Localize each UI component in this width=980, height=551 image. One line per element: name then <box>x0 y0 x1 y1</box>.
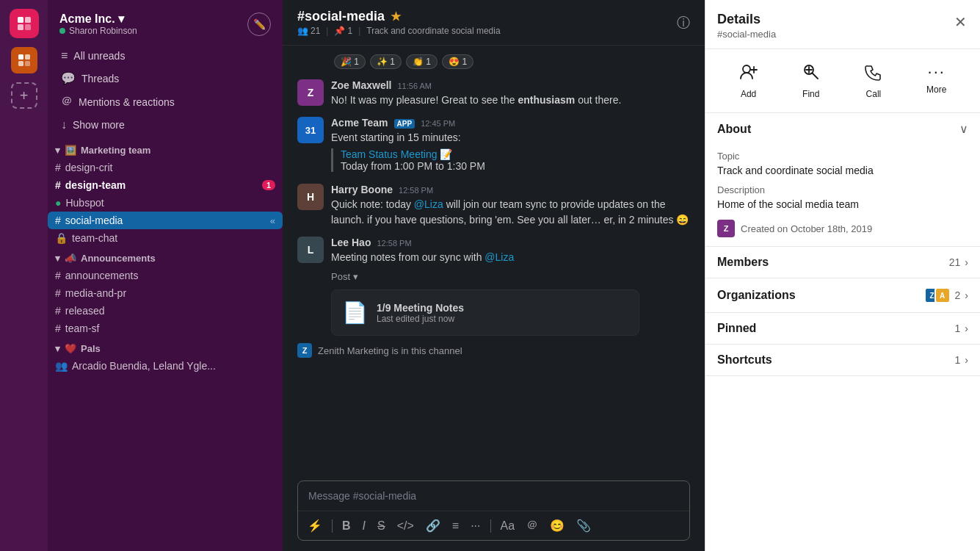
message-time: 12:45 PM <box>421 119 455 128</box>
reaction-sparkles[interactable]: ✨ 1 <box>370 54 402 69</box>
workspace-name[interactable]: Acme Inc. ▾ <box>59 12 137 26</box>
avatar: 31 <box>297 117 324 143</box>
sidebar-channel-social-media[interactable]: #social-media « <box>48 212 283 229</box>
channel-info-button[interactable]: ⓘ <box>677 14 690 32</box>
user-status: Sharon Robinson <box>59 26 137 36</box>
message-content: Harry Boone 12:58 PM Quick note: today @… <box>331 184 690 228</box>
sidebar-channel-team-sf[interactable]: #team-sf <box>48 320 283 337</box>
sidebar-item-threads[interactable]: 💬 Threads <box>54 67 277 90</box>
post-dropdown[interactable]: Post ▾ <box>297 271 690 282</box>
pinned-label: Pinned <box>717 322 756 335</box>
avatar: Z <box>297 79 324 106</box>
online-indicator <box>59 28 65 34</box>
toolbar-divider <box>332 519 333 533</box>
sidebar-channel-design-crit[interactable]: #design-crit <box>48 159 283 176</box>
shortcuts-label: Shortcuts <box>717 353 772 367</box>
threads-icon: 💬 <box>61 71 76 85</box>
message-sender: Harry Boone <box>331 184 393 195</box>
organizations-row[interactable]: Organizations Z A 2 › <box>705 278 980 313</box>
show-more-icon: ↓ <box>61 118 67 132</box>
organizations-label: Organizations <box>717 289 796 302</box>
text-style-button[interactable]: Aa <box>498 517 518 535</box>
section-marketing[interactable]: ▾ 🖼️ Marketing team <box>48 139 283 159</box>
message-content: Lee Hao 12:58 PM Meeting notes from our … <box>331 237 690 265</box>
attach-button[interactable]: 📎 <box>574 516 593 535</box>
close-button[interactable]: ✕ <box>953 12 968 32</box>
members-label: Members <box>717 256 769 269</box>
details-title: Details <box>717 12 776 27</box>
details-header: Details #social-media ✕ <box>705 0 980 49</box>
shortcuts-row[interactable]: Shortcuts 1 › <box>705 345 980 376</box>
call-label: Call <box>866 89 882 99</box>
section-pals[interactable]: ▾ ❤️ Pals <box>48 337 283 357</box>
shortcuts-count: 1 <box>955 354 961 366</box>
bolt-button[interactable]: ⚡ <box>305 516 324 535</box>
reaction-heart-eyes[interactable]: 😍 1 <box>442 54 473 69</box>
sidebar-channel-team-chat[interactable]: 🔒team-chat <box>48 229 283 247</box>
secondary-workspace-icon[interactable] <box>11 47 37 73</box>
sidebar-channel-hubspot[interactable]: ●Hubspot <box>48 194 283 212</box>
svg-line-12 <box>812 73 818 79</box>
message-sender: Lee Hao <box>331 237 371 248</box>
svg-rect-5 <box>25 54 30 60</box>
reaction-clap[interactable]: 👏 1 <box>406 54 438 69</box>
table-row: L Lee Hao 12:58 PM Meeting notes from ou… <box>297 234 690 268</box>
sidebar-channel-pals-dm[interactable]: 👥Arcadio Buendia, Leland Ygle... <box>48 357 283 375</box>
section-collapse-icon3: ▾ <box>55 343 60 354</box>
message-time: 12:58 PM <box>377 239 411 248</box>
created-text: Created on October 18th, 2019 <box>741 223 872 234</box>
svg-point-8 <box>743 65 750 73</box>
more-icon: ··· <box>928 62 945 82</box>
org-badges: Z A <box>924 287 951 303</box>
members-row[interactable]: Members 21 › <box>705 247 980 278</box>
mention-liza2[interactable]: @Liza <box>484 251 514 263</box>
message-time: 11:56 AM <box>397 82 431 90</box>
link-button[interactable]: 🔗 <box>424 516 443 535</box>
table-row: 31 Acme Team APP 12:45 PM Event starting… <box>297 114 690 178</box>
all-unreads-icon: ≡ <box>61 49 68 62</box>
message-sender: Acme Team <box>331 117 388 129</box>
list-button[interactable]: ≡ <box>450 517 461 535</box>
about-section-header[interactable]: About ∨ <box>705 113 980 145</box>
find-button[interactable]: Find <box>794 58 828 104</box>
add-workspace-button[interactable]: + <box>11 82 37 109</box>
message-input[interactable] <box>298 481 689 511</box>
add-person-icon <box>739 62 758 86</box>
message-text: No! It was my pleasure! Great to see the… <box>331 93 690 108</box>
mention-liza[interactable]: @Liza <box>414 198 443 210</box>
sidebar-item-mentions[interactable]: ＠ Mentions & reactions <box>54 90 277 114</box>
sidebar-channel-media-and-pr[interactable]: #media-and-pr <box>48 284 283 302</box>
input-box: ⚡ B I S </> 🔗 ≡ ··· Aa ＠ 😊 📎 <box>297 480 690 541</box>
add-member-button[interactable]: Add <box>732 58 766 104</box>
members-meta: 👥 21 <box>297 26 320 36</box>
bold-button[interactable]: B <box>340 517 353 535</box>
section-announcements[interactable]: ▾ 📣 Announcements <box>48 247 283 267</box>
post-attachment[interactable]: 📄 1/9 Meeting Notes Last edited just now <box>331 289 639 336</box>
find-label: Find <box>802 89 819 99</box>
channel-notification: Z Zenith Marketing is in this channel <box>297 339 690 362</box>
quote-link[interactable]: Team Status Meeting 📝 <box>341 148 690 160</box>
emoji-button[interactable]: 😊 <box>548 516 567 535</box>
reaction-party[interactable]: 🎉 1 <box>334 54 366 69</box>
notif-badge: Z <box>297 343 312 358</box>
more-button[interactable]: ··· More <box>919 58 954 104</box>
compose-button[interactable]: ✏️ <box>247 12 271 36</box>
pinned-row[interactable]: Pinned 1 › <box>705 313 980 345</box>
avatar: H <box>297 184 324 210</box>
workspace-icon[interactable] <box>10 9 39 38</box>
sidebar-channel-released[interactable]: #released <box>48 302 283 320</box>
message-sender: Zoe Maxwell <box>331 79 391 91</box>
sidebar-item-all-unreads[interactable]: ≡ All unreads <box>54 45 277 67</box>
italic-button[interactable]: I <box>360 517 368 535</box>
sidebar-channel-design-team[interactable]: #design-team 1 <box>48 176 283 194</box>
code-button[interactable]: </> <box>395 517 416 535</box>
more-formatting-button[interactable]: ··· <box>468 517 482 535</box>
strikethrough-button[interactable]: S <box>375 517 388 535</box>
sidebar: Acme Inc. ▾ Sharon Robinson ✏️ ≡ All unr… <box>48 0 283 551</box>
pins-meta: 📌 1 <box>334 26 352 36</box>
sidebar-item-show-more[interactable]: ↓ Show more <box>54 114 277 136</box>
call-button[interactable]: Call <box>857 58 890 104</box>
star-icon[interactable]: ★ <box>391 10 401 24</box>
mention-button[interactable]: ＠ <box>524 516 540 536</box>
sidebar-channel-announcements[interactable]: #announcements <box>48 267 283 284</box>
